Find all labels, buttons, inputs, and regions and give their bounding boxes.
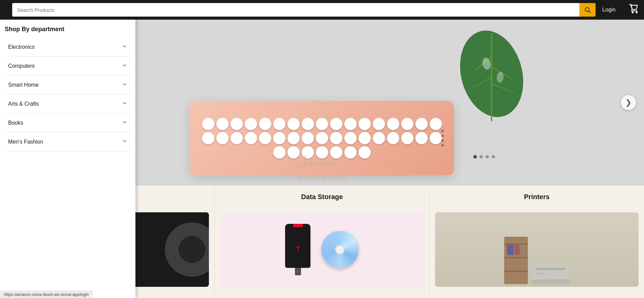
cart-icon (629, 4, 639, 14)
sidebar-item-smart-home[interactable]: Smart Home (5, 76, 131, 94)
svg-point-4 (636, 12, 637, 13)
search-input[interactable] (12, 3, 579, 17)
sidebar-overlay: Hello, Sign In Shop By department Electr… (0, 0, 644, 298)
department-title: Shop By department (5, 26, 131, 33)
login-button[interactable]: Login (602, 7, 616, 13)
status-url: https://amazon-clone-blush-six.vercel.ap… (4, 292, 89, 297)
cart-button[interactable] (629, 4, 639, 16)
chevron-down-icon (122, 44, 127, 50)
sidebar-body: Shop By department Electronics Computers (0, 20, 135, 298)
chevron-down-icon (122, 63, 127, 69)
dept-label: Arts & Crafts (8, 101, 39, 107)
search-bar-wrap (12, 3, 596, 17)
dept-label: Books (8, 120, 23, 126)
svg-line-1 (589, 11, 591, 13)
sidebar-item-mens-fashion[interactable]: Men's Fashion (5, 132, 131, 151)
search-button[interactable] (579, 3, 596, 17)
sidebar: Hello, Sign In Shop By department Electr… (0, 0, 135, 298)
overlay-backdrop[interactable] (135, 0, 644, 298)
dept-label: Men's Fashion (8, 139, 43, 145)
search-icon (584, 6, 591, 13)
sidebar-item-electronics[interactable]: Electronics (5, 38, 131, 57)
sidebar-item-books[interactable]: Books (5, 113, 131, 132)
sidebar-item-computers[interactable]: Computers (5, 57, 131, 76)
chevron-down-icon (122, 101, 127, 107)
dept-label: Smart Home (8, 82, 39, 88)
chevron-down-icon (122, 120, 127, 126)
dept-label: Electronics (8, 44, 35, 50)
header: Login (0, 0, 644, 20)
chevron-down-icon (122, 82, 127, 88)
sidebar-item-arts-crafts[interactable]: Arts & Crafts (5, 94, 131, 113)
status-bar: https://amazon-clone-blush-six.vercel.ap… (0, 291, 93, 298)
svg-point-3 (632, 12, 634, 13)
chevron-down-icon (122, 139, 127, 145)
dept-label: Computers (8, 63, 35, 69)
